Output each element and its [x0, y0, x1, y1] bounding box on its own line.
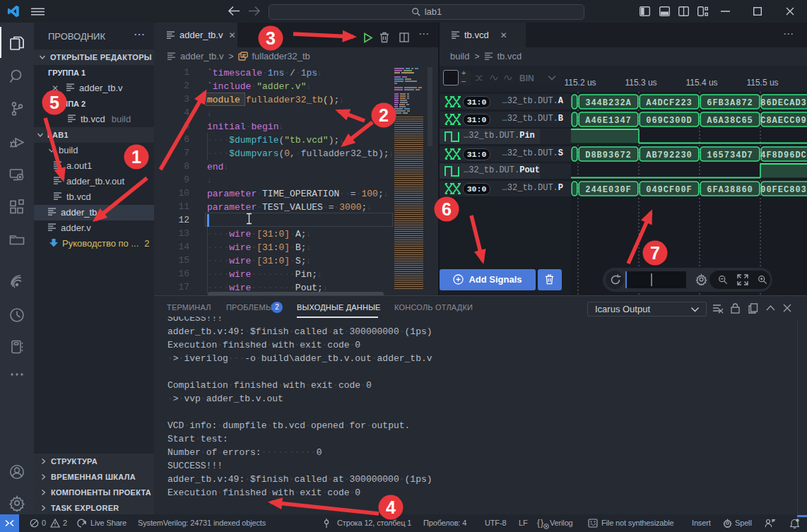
svg-text:049CF00F: 049CF00F [646, 185, 693, 195]
svg-text:A6A38C65: A6A38C65 [707, 116, 753, 126]
svg-text:069C300D: 069C300D [646, 116, 693, 126]
svg-text:86DECAD3: 86DECAD3 [760, 98, 807, 108]
svg-text:A4DCF223: A4DCF223 [646, 98, 693, 108]
svg-text:6FA38860: 6FA38860 [707, 185, 753, 195]
svg-text:C8AECC09: C8AECC09 [760, 116, 807, 126]
svg-text:165734D7: 165734D7 [707, 150, 753, 160]
svg-text:344B232A: 344B232A [585, 98, 632, 108]
svg-text:6FB3A872: 6FB3A872 [707, 98, 753, 108]
svg-text:A46E1347: A46E1347 [585, 116, 632, 126]
svg-text:AB792230: AB792230 [646, 150, 693, 160]
svg-text:4F8D96DC: 4F8D96DC [760, 150, 807, 160]
svg-text:244E030F: 244E030F [585, 185, 632, 195]
svg-text:00FEC803: 00FEC803 [760, 185, 807, 195]
svg-text:D8B93672: D8B93672 [585, 150, 632, 160]
